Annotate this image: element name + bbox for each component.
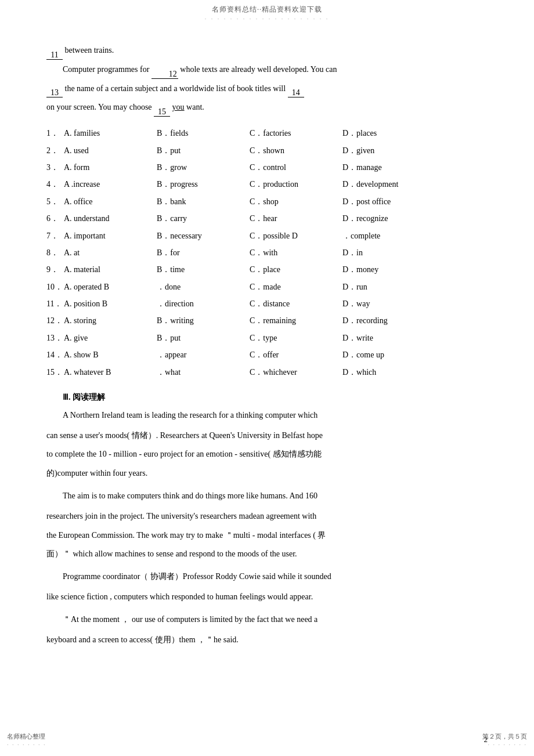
blank-11: 11	[46, 51, 63, 60]
option-row-6: 6． A. understand B．carry C．hear D．recogn…	[46, 210, 488, 227]
option-row-10: 10． A. operated B ．done C．made D．run	[46, 278, 488, 295]
reading-para2-line3: the European Commission. The work may tr…	[46, 527, 488, 545]
option-row-4: 4． A .increase B．progress C．production D…	[46, 176, 488, 193]
option-row-12: 12． A. storing B．writing C．remaining D．r…	[46, 312, 488, 329]
footer-right: 第２页，共５页 · · · · · · · ·	[482, 732, 527, 748]
page-footer: 名师精心整理 · · · · · · · · 第２页，共５页 · · · · ·…	[0, 732, 534, 748]
reading-para1-line1: A Northern Ireland team is leading the r…	[46, 407, 488, 425]
header-title: 名师资料总结··精品资料欢迎下载	[212, 5, 322, 13]
reading-para3-line1: Programme coordinator（ 协调者）Professor Rod…	[46, 568, 488, 586]
blank-15: 15	[154, 108, 170, 117]
option-row-3: 3． A. form B．grow C．control D．manage	[46, 159, 488, 176]
header-dots: · · · · · · · · · · · · · · · · · · · ·	[0, 16, 534, 22]
reading-para4-line2: keyboard and a screen to access( 使用）them…	[46, 631, 488, 649]
reading-para2-line4: 面）＂ which allow machines to sense and re…	[46, 545, 488, 563]
intro-line2: Computer programmes for 12 whole texts a…	[46, 61, 488, 79]
option-row-11: 11． A. position B ．direction C．distance …	[46, 295, 488, 312]
reading-para1-line4: 的)computer within four years.	[46, 465, 488, 483]
option-row-1: 1． A. families B．fields C．factories D．pl…	[46, 125, 488, 142]
reading-para2-line2: researchers join in the project. The uni…	[46, 508, 488, 526]
option-row-9: 9． A. material B．time C．place D．money	[46, 261, 488, 278]
option-row-13: 13． A. give B．put C．type D．write	[46, 330, 488, 346]
intro-line4: on your screen. You may choose 15 you wa…	[46, 99, 488, 117]
option-row-7: 7． A. important B．necessary C．possible D…	[46, 227, 488, 244]
options-section: 1． A. families B．fields C．factories D．pl…	[46, 125, 488, 381]
reading-para2-line1: The aim is to make computers think and d…	[46, 487, 488, 505]
reading-para3-line2: like science fiction , computers which r…	[46, 588, 488, 606]
page-content: 11 between trains. Computer programmes f…	[0, 24, 534, 685]
intro-line3: 13 the name of a certain subject and a w…	[46, 80, 488, 98]
reading-para4-line1: ＂At the moment ， our use of computers is…	[46, 611, 488, 629]
intro-line1: 11 between trains.	[46, 42, 488, 60]
reading-para1-line3: to complete the 10 - million - euro proj…	[46, 446, 488, 464]
reading-para1-line2: can sense a user's moods( 情绪）. Researche…	[46, 427, 488, 445]
option-row-2: 2． A. used B．put C．shown D．given	[46, 142, 488, 159]
option-row-14: 14． A. show B ．appear C．offer D．come up	[46, 346, 488, 363]
section3-header: Ⅲ. 阅读理解	[46, 389, 488, 407]
blank-13: 13	[46, 89, 63, 97]
blank-14: 14	[288, 89, 304, 97]
page-header: 名师资料总结··精品资料欢迎下载	[0, 0, 534, 16]
blank-12: 12	[151, 70, 178, 79]
option-row-5: 5． A. office B．bank C．shop D．post office	[46, 193, 488, 210]
footer-left: 名师精心整理 · · · · · · · ·	[7, 732, 46, 748]
option-row-15: 15． A. whatever B ．what C．whichever D．wh…	[46, 364, 488, 381]
option-row-8: 8． A. at B．for C．with D．in	[46, 244, 488, 261]
